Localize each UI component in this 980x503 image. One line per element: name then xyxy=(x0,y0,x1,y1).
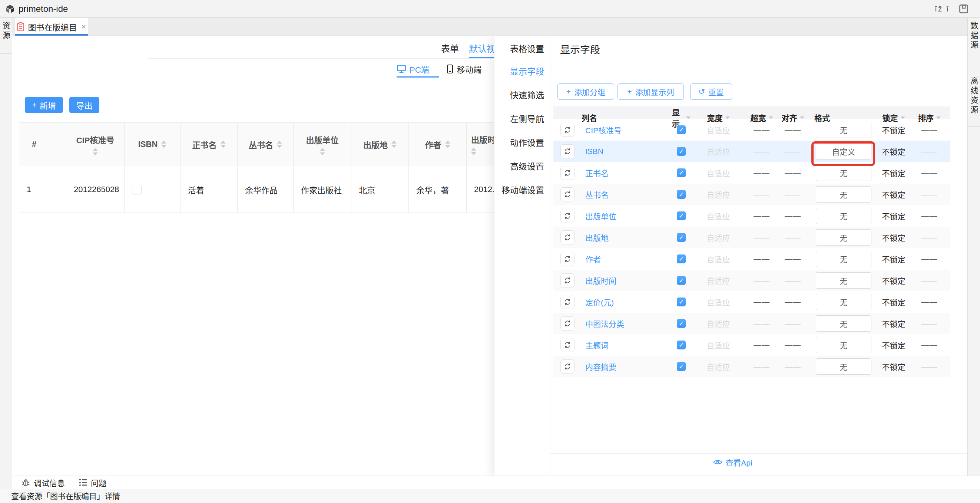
sort-asc-icon[interactable] xyxy=(471,148,476,151)
field-name-link[interactable]: 定价(元) xyxy=(582,296,672,308)
isbn-checkbox[interactable] xyxy=(132,185,142,194)
cell-lock[interactable]: 不锁定 xyxy=(879,189,908,200)
display-checkbox[interactable]: ✓ xyxy=(677,190,686,199)
chevron-down-icon[interactable] xyxy=(769,117,773,119)
cell-lock[interactable]: 不锁定 xyxy=(879,167,908,179)
add-display-column-button[interactable]: +添加显示列 xyxy=(617,83,684,100)
settings-column-header-7[interactable]: 锁定 xyxy=(879,112,908,123)
swap-button[interactable] xyxy=(560,316,574,331)
cell-align[interactable]: —— xyxy=(777,319,808,328)
cell-align[interactable]: —— xyxy=(777,297,808,307)
cell-sort[interactable]: —— xyxy=(908,125,950,134)
swap-button[interactable] xyxy=(560,273,574,287)
cell-width[interactable]: 自适应 xyxy=(690,339,746,351)
sidebar-item-resources[interactable]: 资源 xyxy=(0,18,12,54)
field-name-link[interactable]: 出版时间 xyxy=(582,275,672,286)
cell-lock[interactable]: 不锁定 xyxy=(879,361,908,372)
display-checkbox[interactable]: ✓ xyxy=(677,147,686,156)
sort-desc-icon[interactable] xyxy=(277,145,282,148)
swap-button[interactable] xyxy=(560,209,574,223)
display-checkbox[interactable]: ✓ xyxy=(677,211,686,220)
cell-align[interactable]: —— xyxy=(777,362,808,371)
debug-info-button[interactable]: 调试信息 xyxy=(21,477,65,488)
format-select[interactable]: 无 xyxy=(816,315,872,332)
swap-button[interactable] xyxy=(560,230,574,244)
cell-lock[interactable]: 不锁定 xyxy=(879,253,908,265)
sort-desc-icon[interactable] xyxy=(471,152,476,155)
cell-sort[interactable]: —— xyxy=(908,254,950,263)
chevron-down-icon[interactable] xyxy=(936,117,941,119)
settings-column-header-5[interactable]: 对齐 xyxy=(777,112,808,123)
settings-menu-item-3[interactable]: 动作设置 xyxy=(495,131,550,155)
cell-sort[interactable]: —— xyxy=(908,362,950,371)
titlebar-glyph-icons[interactable]: îž î xyxy=(935,5,950,13)
field-name-link[interactable]: 内容摘要 xyxy=(582,361,672,372)
cell-align[interactable]: —— xyxy=(777,168,808,177)
chevron-down-icon[interactable] xyxy=(901,117,905,119)
cell-overwide[interactable]: —— xyxy=(746,254,777,263)
chevron-down-icon[interactable] xyxy=(800,117,804,119)
field-name-link[interactable]: 丛书名 xyxy=(582,189,672,200)
sort-arrows-icon[interactable] xyxy=(391,141,396,148)
cell-overwide[interactable]: —— xyxy=(746,190,777,199)
cell-sort[interactable]: —— xyxy=(908,168,950,177)
cell-width[interactable]: 自适应 xyxy=(690,189,746,200)
display-checkbox[interactable]: ✓ xyxy=(677,362,686,371)
settings-menu-item-2[interactable]: 左侧导航 xyxy=(495,107,550,131)
cell-align[interactable]: —— xyxy=(777,211,808,220)
display-checkbox[interactable]: ✓ xyxy=(677,319,686,328)
cell-overwide[interactable]: —— xyxy=(746,125,777,134)
cell-overwide[interactable]: —— xyxy=(746,168,777,177)
cell-sort[interactable]: —— xyxy=(908,211,950,220)
cell-width[interactable]: 自适应 xyxy=(690,146,746,157)
cell-lock[interactable]: 不锁定 xyxy=(879,318,908,329)
settings-menu-item-0[interactable]: 显示字段 xyxy=(495,60,550,83)
cell-overwide[interactable]: —— xyxy=(746,233,777,242)
sort-desc-icon[interactable] xyxy=(445,145,450,148)
cell-lock[interactable]: 不锁定 xyxy=(879,210,908,222)
swap-button[interactable] xyxy=(560,166,574,180)
cell-lock[interactable]: 不锁定 xyxy=(879,232,908,243)
cell-width[interactable]: 自适应 xyxy=(690,232,746,243)
tab-form[interactable]: 表单 xyxy=(441,42,459,54)
chevron-down-icon[interactable] xyxy=(725,117,730,119)
swap-button[interactable] xyxy=(560,359,574,374)
cell-align[interactable]: —— xyxy=(777,190,808,199)
close-icon[interactable]: × xyxy=(81,22,86,32)
sort-asc-icon[interactable] xyxy=(277,141,282,144)
cell-sort[interactable]: —— xyxy=(908,233,950,242)
cell-width[interactable]: 自适应 xyxy=(690,124,746,136)
format-select[interactable]: 无 xyxy=(816,272,872,289)
cell-overwide[interactable]: —— xyxy=(746,211,777,220)
column-header-4[interactable]: 丛书名 xyxy=(238,123,294,166)
sort-asc-icon[interactable] xyxy=(93,148,98,151)
cell-width[interactable]: 自适应 xyxy=(690,167,746,179)
cell-width[interactable]: 自适应 xyxy=(690,210,746,222)
settings-menu-item-1[interactable]: 快速筛选 xyxy=(495,83,550,107)
cell-overwide[interactable]: —— xyxy=(746,340,777,350)
sort-asc-icon[interactable] xyxy=(320,148,325,151)
view-api-link[interactable]: 查看Api xyxy=(713,457,752,468)
display-checkbox[interactable]: ✓ xyxy=(677,125,686,134)
cell-align[interactable]: —— xyxy=(777,233,808,242)
cell-width[interactable]: 自适应 xyxy=(690,318,746,329)
swap-button[interactable] xyxy=(560,338,574,352)
cell-overwide[interactable]: —— xyxy=(746,147,777,156)
column-header-1[interactable]: CIP核准号 xyxy=(66,123,124,166)
column-header-2[interactable]: ISBN xyxy=(124,123,180,166)
sidebar-item-datasource[interactable]: 数据源 xyxy=(968,18,980,73)
cell-lock[interactable]: 不锁定 xyxy=(879,339,908,351)
export-button[interactable]: 导出 xyxy=(69,97,99,113)
column-header-5[interactable]: 出版单位 xyxy=(294,123,352,166)
format-select[interactable]: 无 xyxy=(816,208,872,224)
sort-desc-icon[interactable] xyxy=(161,145,166,148)
format-select[interactable]: 无 xyxy=(816,122,872,138)
cell-width[interactable]: 自适应 xyxy=(690,253,746,265)
settings-menu-item-4[interactable]: 高级设置 xyxy=(495,155,550,179)
cell-overwide[interactable]: —— xyxy=(746,362,777,371)
settings-column-header-4[interactable]: 超宽 xyxy=(746,112,777,123)
field-name-link[interactable]: 正书名 xyxy=(582,167,672,179)
field-name-link[interactable]: 作者 xyxy=(582,253,672,265)
sidebar-item-offline-resources[interactable]: 离线资源 xyxy=(968,73,980,127)
settings-column-header-3[interactable]: 宽度 xyxy=(690,112,746,123)
